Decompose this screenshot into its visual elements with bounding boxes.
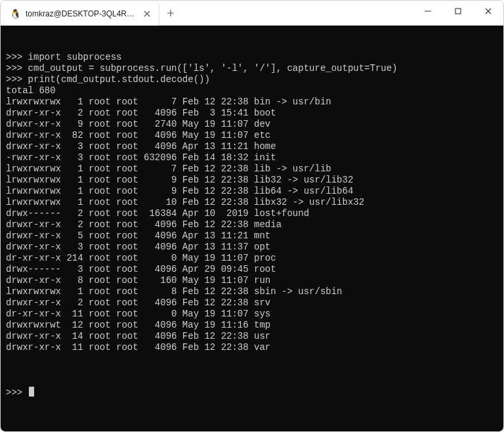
terminal-cursor [29,387,34,397]
terminal-prompt: >>> [6,387,28,398]
terminal-line: -rwxr-xr-x 3 root root 632096 Feb 14 18:… [6,152,498,163]
terminal-line: dr-xr-xr-x 214 root root 0 May 19 11:07 … [6,253,498,264]
terminal-line: lrwxrwxrwx 1 root root 7 Feb 12 22:38 bi… [6,97,498,108]
new-tab-button[interactable] [159,2,182,24]
penguin-icon: 🐧 [10,9,20,19]
tab-title: tomkraz@DESKTOP-3QL4R4P: [26,9,136,18]
terminal-line: lrwxrwxrwx 1 root root 9 Feb 12 22:38 li… [6,186,498,197]
terminal-line: drwxr-xr-x 2 root root 4096 Feb 3 15:41 … [6,108,498,119]
close-window-button[interactable] [473,1,503,22]
terminal-line: lrwxrwxrwx 1 root root 8 Feb 12 22:38 sb… [6,286,498,297]
terminal-line: drwx------ 3 root root 4096 Apr 29 09:45… [6,264,498,275]
terminal-line: >>> print(cmd_output.stdout.decode()) [6,74,498,85]
maximize-button[interactable] [443,1,473,22]
minimize-button[interactable] [413,1,443,22]
terminal-line: >>> import subprocess [6,52,498,63]
terminal-line: drwxr-xr-x 9 root root 2740 May 19 11:07… [6,119,498,130]
terminal-line: drwxr-xr-x 8 root root 160 May 19 11:07 … [6,275,498,286]
terminal-line: drwxr-xr-x 82 root root 4096 May 19 11:0… [6,130,498,141]
terminal-line [6,353,498,364]
terminal-line: drwxr-xr-x 14 root root 4096 Feb 12 22:3… [6,331,498,342]
terminal-output: >>> import subprocess>>> cmd_output = su… [6,52,498,364]
terminal-line: lrwxrwxrwx 1 root root 10 Feb 12 22:38 l… [6,197,498,208]
terminal-line: drwx------ 2 root root 16384 Apr 10 2019… [6,208,498,219]
terminal-line: drwxr-xr-x 2 root root 4096 Feb 12 22:38… [6,297,498,309]
terminal-line: drwxr-xr-x 5 root root 4096 Apr 13 11:21… [6,230,498,242]
terminal-line: drwxr-xr-x 3 root root 4096 Apr 13 11:37… [6,242,498,253]
terminal-prompt-row: >>> [6,387,498,399]
svg-rect-0 [455,9,461,14]
terminal-line: drwxrwxrwt 12 root root 4096 May 19 11:1… [6,320,498,331]
terminal-line: drwxr-xr-x 11 root root 4096 Feb 12 22:3… [6,342,498,353]
close-tab-button[interactable] [142,9,152,19]
terminal-viewport[interactable]: >>> import subprocess>>> cmd_output = su… [1,26,503,431]
terminal-line: dr-xr-xr-x 11 root root 0 May 19 11:07 s… [6,309,498,320]
terminal-line: >>> cmd_output = subprocess.run(['ls', '… [6,63,498,74]
terminal-line: lrwxrwxrwx 1 root root 9 Feb 12 22:38 li… [6,175,498,186]
terminal-line: drwxr-xr-x 3 root root 4096 Apr 13 11:21… [6,141,498,152]
titlebar: 🐧 tomkraz@DESKTOP-3QL4R4P: [1,1,503,26]
tab-active[interactable]: 🐧 tomkraz@DESKTOP-3QL4R4P: [2,2,159,26]
terminal-line: total 680 [6,85,498,97]
window-controls [413,1,503,22]
terminal-line: lrwxrwxrwx 1 root root 7 Feb 12 22:38 li… [6,163,498,175]
terminal-line: drwxr-xr-x 2 root root 4096 Feb 12 22:38… [6,219,498,230]
